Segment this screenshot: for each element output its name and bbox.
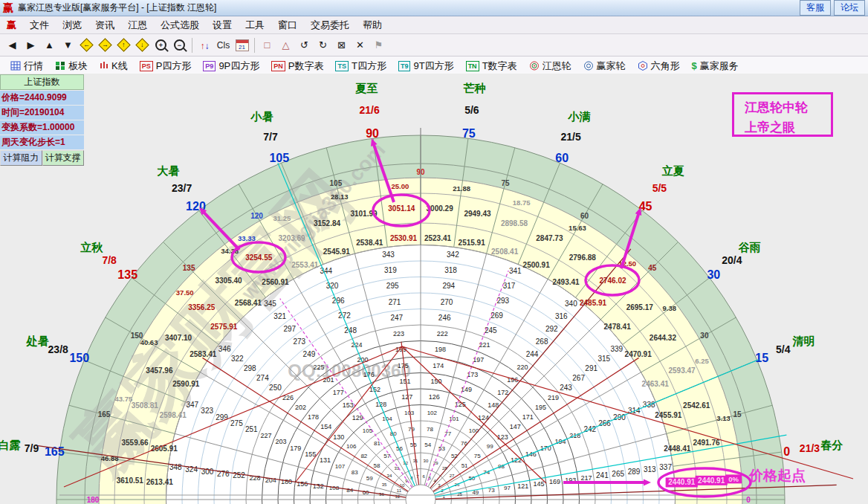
rotate-cw-icon[interactable]: ↻	[314, 36, 332, 54]
menu-item-2[interactable]: 资讯	[88, 17, 121, 33]
square-outline-icon[interactable]: □	[258, 36, 276, 54]
arrow-down-icon[interactable]: ▼	[59, 36, 77, 54]
ring-number: 341	[509, 267, 522, 275]
solar-date: 23/8	[48, 343, 68, 355]
ring-number: 179	[290, 445, 301, 452]
ring-number: 222	[437, 330, 448, 337]
solar-date: 5/5	[652, 182, 667, 194]
ring-number: 315	[597, 355, 610, 363]
diamond-down-icon[interactable]: ↓	[133, 36, 152, 54]
view-button-9P四方形[interactable]: P99P四方形	[197, 59, 265, 73]
ring-number: 273	[294, 337, 306, 346]
menu-item-3[interactable]: 江恩	[121, 17, 154, 33]
ring-number: 148	[488, 401, 499, 409]
outer-price: 3254.55	[245, 253, 273, 262]
updown-arrows-icon[interactable]: ↑↓	[195, 36, 214, 54]
diamond-up-icon[interactable]: ↑	[114, 36, 133, 54]
outer-degree: 150	[69, 352, 89, 364]
outer-price: 3610.51	[117, 476, 144, 485]
outer-price: 2746.02	[599, 277, 626, 285]
ring-number: 108	[329, 485, 340, 491]
ring-number: 54	[424, 442, 431, 448]
outer-degree: 75	[462, 127, 476, 140]
forum-button[interactable]: 论坛	[834, 0, 865, 16]
menu-item-5[interactable]: 设置	[206, 17, 239, 33]
ring-number: 220	[516, 364, 528, 371]
annotation-line2: 上帝之眼	[745, 117, 831, 138]
ring-number: 58	[373, 462, 380, 469]
percent-value: 33.33	[238, 234, 256, 242]
solar-date: 21/5	[560, 131, 580, 143]
diamond-left-icon[interactable]: ←	[77, 36, 96, 54]
ring-number: 127	[401, 393, 412, 401]
inner-price: 2583.41	[190, 350, 217, 358]
view-button-T数字表[interactable]: TNT数字表	[460, 59, 523, 73]
ring-number: 155	[305, 450, 316, 458]
menu-item-6[interactable]: 工具	[239, 17, 271, 33]
zoom-out-icon[interactable]: −	[170, 36, 189, 54]
calc-resistance-button[interactable]: 计算阻力	[0, 150, 42, 166]
ring-number: 274	[256, 374, 269, 382]
view-button-9T四方形[interactable]: T99T四方形	[392, 59, 460, 73]
triangle-outline-icon[interactable]: △	[276, 36, 295, 54]
box-x-icon[interactable]: ⊠	[332, 36, 351, 54]
ring-number: 337	[659, 463, 672, 471]
arrow-up-icon[interactable]: ▲	[40, 36, 59, 54]
solar-date: 7/8	[102, 254, 117, 266]
solar-date: 7/9	[25, 442, 39, 454]
drawing-toolbar: ◀▶▲▼←→↑↓+−↑↓Cls21□△↺↻⊠✕⚑	[0, 34, 868, 56]
view-button-T四方形[interactable]: TST四方形	[329, 59, 392, 73]
menu-item-4[interactable]: 公式选股	[154, 17, 206, 33]
ring-number: 319	[384, 266, 397, 274]
inner-price: 2478.41	[604, 323, 632, 331]
inner-price: 2598.41	[160, 411, 187, 419]
ring-number: 225	[314, 364, 325, 371]
ring-number: 270	[441, 298, 453, 306]
outer-price: 2695.17	[626, 303, 654, 311]
percent-value: 6.25	[695, 357, 709, 365]
menu-item-7[interactable]: 窗口	[271, 17, 304, 33]
solar-term: 立秋	[80, 241, 103, 253]
view-button-行情[interactable]: 行情	[4, 59, 49, 73]
zoom-in-icon[interactable]: +	[152, 36, 170, 54]
flag-icon[interactable]: ⚑	[369, 36, 388, 54]
gann-wheel-chart[interactable]: 赢家财富网www.yingjia360.comQQ:10080036012345…	[0, 74, 868, 504]
view-button-六角形[interactable]: 六角形	[632, 59, 686, 73]
ring-number: 313	[644, 465, 656, 474]
view-button-赢家服务[interactable]: $赢家服务	[686, 59, 745, 73]
view-button-板块[interactable]: 板块	[49, 59, 94, 73]
shrink-icon[interactable]: ✕	[351, 36, 369, 54]
ring-number: 298	[244, 364, 256, 372]
inner-price: 2613.41	[146, 478, 174, 486]
grid-icon	[10, 61, 21, 71]
view-button-P数字表[interactable]: PNP数字表	[265, 59, 329, 73]
menu-item-0[interactable]: 文件	[23, 17, 56, 33]
ring-number: 267	[572, 374, 585, 382]
customer-service-button[interactable]: 客服	[800, 0, 831, 16]
calc-support-button[interactable]: 计算支撑	[42, 150, 85, 166]
solar-term: 处暑	[25, 335, 48, 347]
gann-wheel-svg: 赢家财富网www.yingjia360.comQQ:10080036012345…	[0, 74, 868, 504]
ring-number: 131	[320, 456, 331, 464]
view-button-K线[interactable]: K线	[94, 59, 134, 73]
ring-number: 227	[261, 432, 272, 439]
rotate-ccw-icon[interactable]: ↺	[295, 36, 314, 54]
ring-number: 268	[536, 337, 548, 346]
arrow-left-icon[interactable]: ◀	[3, 36, 22, 54]
menu-item-9[interactable]: 帮助	[356, 17, 389, 33]
view-label: T四方形	[352, 59, 386, 73]
ring-number: 59	[366, 475, 373, 482]
view-button-赢家轮[interactable]: 赢家轮	[577, 59, 632, 73]
menu-item-1[interactable]: 浏览	[56, 17, 88, 33]
view-button-P四方形[interactable]: PSP四方形	[134, 59, 198, 73]
view-label: 赢家轮	[597, 59, 626, 73]
cls-icon[interactable]: Cls	[214, 36, 233, 54]
calendar-icon[interactable]: 21	[233, 36, 251, 54]
view-button-江恩轮[interactable]: 江恩轮	[523, 59, 577, 73]
arrow-right-icon[interactable]: ▶	[22, 36, 40, 54]
ring-number: 105	[363, 427, 373, 434]
menu-item-8[interactable]: 交易委托	[304, 17, 356, 33]
diamond-right-icon[interactable]: →	[96, 36, 114, 54]
ring-number: 30	[424, 459, 429, 463]
ring-number: 27	[450, 474, 455, 478]
